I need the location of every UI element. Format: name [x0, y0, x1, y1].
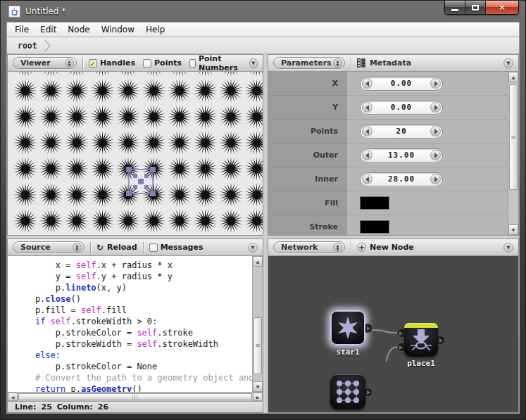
network-node-place1[interactable]	[404, 323, 438, 357]
param-points-label: Points	[268, 120, 347, 144]
decrement-arrow-icon[interactable]	[362, 126, 372, 136]
menu-help[interactable]: Help	[140, 23, 170, 36]
checkbox-box	[149, 243, 158, 252]
code-horizontal-scrollbar[interactable]	[8, 392, 263, 401]
toolbar-separator	[351, 58, 351, 69]
wire-star1-to-place1	[372, 330, 398, 333]
decrement-arrow-icon[interactable]	[362, 150, 372, 160]
param-fill-field	[347, 191, 508, 215]
metadata-icon	[357, 58, 365, 68]
param-x-label: X	[268, 72, 347, 96]
increment-arrow-icon[interactable]	[430, 102, 441, 113]
increment-arrow-icon[interactable]	[430, 126, 441, 136]
code-line: p.strokeColor = None	[15, 361, 252, 372]
network-node-star1[interactable]	[330, 310, 365, 345]
increment-arrow-icon[interactable]	[430, 78, 441, 89]
code-vertical-scrollbar[interactable]	[252, 256, 263, 392]
viewer-canvas[interactable]	[8, 72, 263, 235]
scrollbar-thumb[interactable]	[18, 393, 252, 400]
checkbox-handles[interactable]: ✓ Handles	[89, 58, 135, 68]
checkbox-messages[interactable]: Messages	[149, 243, 203, 252]
node-label-star1: star1	[316, 348, 380, 357]
param-dragger-inner[interactable]: 28.00	[360, 172, 443, 186]
source-toolbar: Source Reload Messages	[8, 239, 263, 256]
reload-button[interactable]: Reload	[96, 243, 137, 253]
code-line: y = self.y + radius * y	[15, 271, 252, 282]
checkbox-points[interactable]: Points	[143, 58, 182, 68]
source-editor[interactable]: x = self.x + radius * x y = self.y + rad…	[8, 256, 263, 392]
minimize-button[interactable]	[445, 1, 465, 14]
dropdown-spinner-icon	[333, 58, 342, 68]
param-y-label: Y	[268, 96, 347, 120]
source-pane-selector-label: Source	[20, 243, 51, 252]
menu-window[interactable]: Window	[96, 23, 140, 36]
viewer-collapse-button[interactable]	[249, 58, 258, 68]
scroll-down-icon[interactable]	[508, 224, 518, 235]
toolbar-separator	[82, 58, 83, 69]
parameter-row-stroke: Stroke	[268, 215, 508, 235]
network-pane-selector[interactable]: Network	[273, 241, 345, 253]
code-line: else:	[15, 350, 252, 361]
scroll-up-icon[interactable]	[253, 256, 263, 267]
reload-icon	[96, 243, 104, 253]
tab-metadata-label: Metadata	[370, 58, 411, 68]
param-dragger-x[interactable]: 0.00	[360, 77, 443, 91]
decrement-arrow-icon[interactable]	[362, 78, 372, 89]
param-y-field: 0.00	[347, 96, 508, 120]
node-label-place1: place1	[390, 359, 452, 368]
menu-edit[interactable]: Edit	[35, 23, 62, 36]
parameters-pane-selector-label: Parameters	[281, 58, 332, 68]
toolbar-separator	[90, 242, 91, 253]
new-node-button[interactable]: New Node	[357, 243, 414, 252]
scrollbar-thumb[interactable]	[509, 84, 518, 190]
status-line-label: Line:	[15, 402, 36, 412]
breadcrumb-item-root[interactable]: root	[18, 41, 37, 51]
node-label-grid1: grid1	[316, 412, 380, 412]
param-dragger-points[interactable]: 20	[360, 125, 443, 139]
titlebar[interactable]: Untitled *	[1, 1, 525, 22]
output-port[interactable]	[365, 388, 372, 397]
color-swatch-stroke[interactable]	[360, 220, 389, 234]
minimize-icon	[451, 9, 458, 11]
param-stroke-label: Stroke	[268, 215, 347, 235]
parameters-pane-selector[interactable]: Parameters	[273, 57, 345, 69]
decrement-arrow-icon[interactable]	[362, 174, 372, 184]
checkbox-point-numbers[interactable]: Point Numbers	[189, 54, 243, 72]
source-pane-selector[interactable]: Source	[13, 241, 84, 253]
code-editor[interactable]: x = self.x + radius * x y = self.y + rad…	[8, 256, 252, 392]
menu-node[interactable]: Node	[62, 23, 95, 36]
input-port[interactable]	[397, 329, 404, 338]
parameters-collapse-button[interactable]	[503, 58, 513, 68]
source-pane: Source Reload Messages	[7, 238, 263, 413]
increment-arrow-icon[interactable]	[430, 150, 441, 160]
scroll-down-icon[interactable]	[253, 381, 263, 392]
scroll-up-icon[interactable]	[508, 72, 518, 82]
param-x-field: 0.00	[347, 72, 508, 96]
scroll-left-icon[interactable]	[8, 393, 18, 401]
param-dragger-outer[interactable]: 13.00	[360, 148, 443, 163]
color-swatch-fill[interactable]	[360, 196, 389, 210]
menu-file[interactable]: File	[9, 23, 35, 36]
plus-icon	[357, 243, 366, 252]
maximize-button[interactable]	[465, 1, 486, 14]
input-port[interactable]	[397, 343, 404, 352]
tab-metadata[interactable]: Metadata	[357, 58, 411, 68]
viewer-pane-selector[interactable]: Viewer	[13, 57, 77, 69]
source-collapse-button[interactable]	[248, 243, 258, 253]
increment-arrow-icon[interactable]	[430, 174, 441, 184]
code-line: x = self.x + radius * x	[15, 260, 252, 271]
window-client-area: FileEditNodeWindowHelp root Viewer ✓	[6, 22, 520, 414]
scroll-right-icon[interactable]	[253, 393, 263, 401]
close-button[interactable]	[486, 1, 518, 14]
parameters-scrollbar[interactable]	[508, 72, 518, 235]
scrollbar-thumb[interactable]	[253, 317, 262, 374]
viewer-pane-selector-label: Viewer	[20, 58, 51, 68]
decrement-arrow-icon[interactable]	[362, 102, 372, 113]
network-node-grid1[interactable]	[330, 374, 365, 409]
network-collapse-button[interactable]	[503, 243, 513, 253]
code-line: p.fill = self.fill	[15, 305, 252, 316]
network-canvas[interactable]: star1 place1 grid1	[268, 256, 518, 412]
code-line: p.strokeColor = self.stroke	[15, 327, 252, 338]
param-dragger-y[interactable]: 0.00	[360, 101, 443, 115]
parameter-row-y: Y 0.00	[268, 96, 508, 120]
